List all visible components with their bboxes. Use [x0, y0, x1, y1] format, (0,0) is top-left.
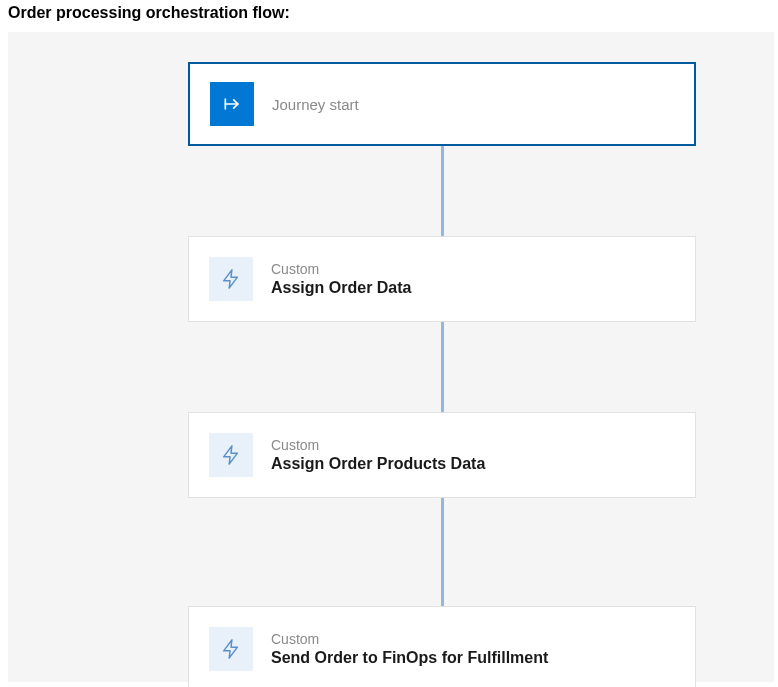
svg-marker-2	[224, 270, 238, 288]
connector	[441, 322, 444, 412]
node-title: Assign Order Products Data	[271, 455, 485, 473]
node-title: Send Order to FinOps for Fulfillment	[271, 649, 548, 667]
node-category: Custom	[271, 261, 411, 277]
bolt-icon	[209, 627, 253, 671]
flow-container: Journey start Custom Assign Order Data	[188, 62, 696, 687]
bolt-icon	[209, 433, 253, 477]
node-category: Custom	[271, 631, 548, 647]
step-node-assign-order-data[interactable]: Custom Assign Order Data	[188, 236, 696, 322]
node-text: Custom Send Order to FinOps for Fulfillm…	[271, 631, 548, 667]
svg-marker-4	[224, 640, 238, 658]
step-node-send-order-finops[interactable]: Custom Send Order to FinOps for Fulfillm…	[188, 606, 696, 687]
connector	[441, 498, 444, 606]
bolt-icon	[209, 257, 253, 301]
step-node-assign-order-products-data[interactable]: Custom Assign Order Products Data	[188, 412, 696, 498]
flow-canvas: Journey start Custom Assign Order Data	[8, 32, 774, 682]
node-text: Journey start	[272, 96, 359, 113]
journey-start-node[interactable]: Journey start	[188, 62, 696, 146]
node-title: Assign Order Data	[271, 279, 411, 297]
arrow-right-icon	[210, 82, 254, 126]
node-text: Custom Assign Order Data	[271, 261, 411, 297]
svg-marker-3	[224, 446, 238, 464]
node-category: Custom	[271, 437, 485, 453]
page-title: Order processing orchestration flow:	[0, 0, 778, 32]
node-text: Custom Assign Order Products Data	[271, 437, 485, 473]
connector	[441, 146, 444, 236]
node-label: Journey start	[272, 96, 359, 113]
